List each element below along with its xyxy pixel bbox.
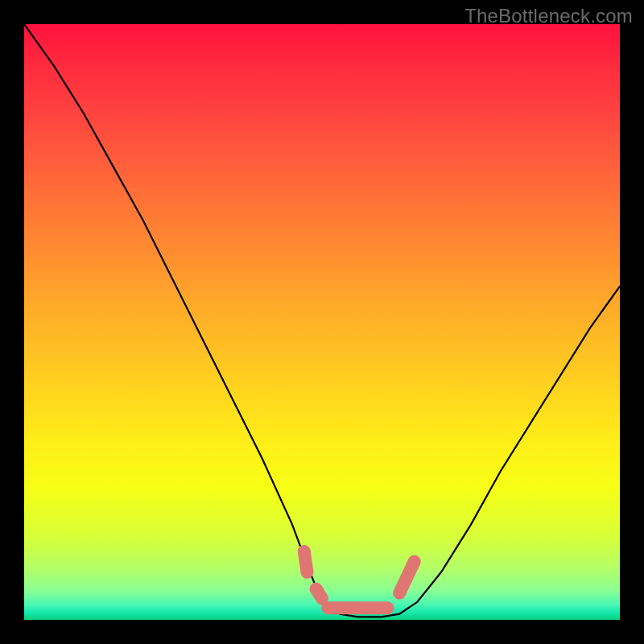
marker-segment xyxy=(304,551,308,572)
marker-segment xyxy=(316,589,322,599)
bottleneck-marker xyxy=(304,551,415,608)
marker-segment xyxy=(399,562,415,593)
chart-overlay xyxy=(24,24,620,620)
bottleneck-curve xyxy=(24,24,620,617)
